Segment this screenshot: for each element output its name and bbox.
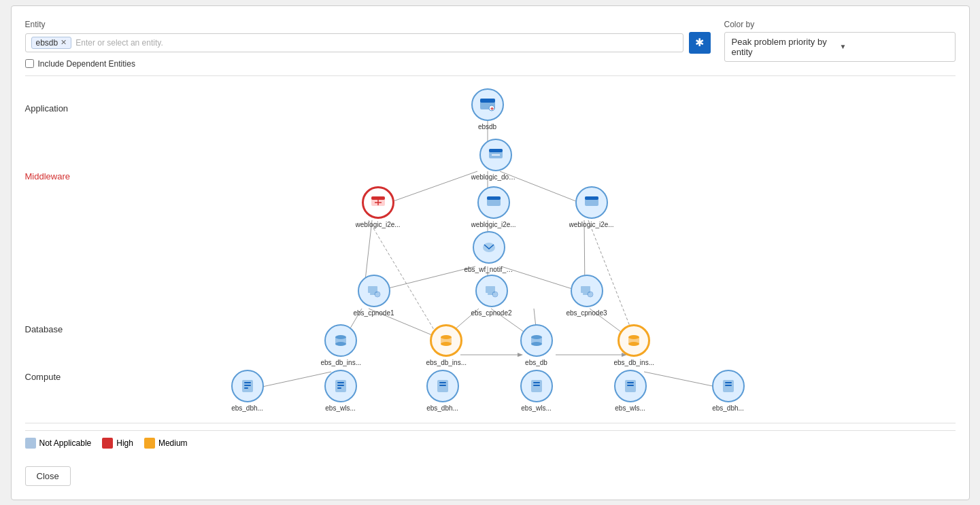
cpnode-icon bbox=[365, 282, 383, 300]
node-label-weblogic-i2e-2: weblogic_i2e... bbox=[471, 221, 516, 228]
node-label-cpnode2: ebs_cpnode2 bbox=[471, 309, 512, 317]
legend-label-na: Not Applicable bbox=[39, 438, 92, 448]
node-ebs-wf-notif-mailer[interactable]: ebs_wf_notif_mailer bbox=[464, 231, 513, 273]
main-content: Application Middleware Database Compute bbox=[25, 83, 956, 416]
middleware-icon-3 bbox=[583, 194, 601, 211]
node-ebs-dbh1[interactable]: ebs_dbh... bbox=[231, 370, 264, 412]
entity-input-row[interactable]: ebsdb ✕ Enter or select an entity. bbox=[25, 33, 683, 52]
node-circle-ebsdb: ✚ bbox=[471, 88, 504, 121]
svg-rect-79 bbox=[627, 385, 634, 386]
svg-text:✚: ✚ bbox=[490, 107, 493, 111]
node-ebs-db-ins1[interactable]: ebs_db_ins... bbox=[321, 324, 362, 366]
header-row: Entity ebsdb ✕ Enter or select an entity… bbox=[25, 20, 956, 69]
node-ebs-wls1[interactable]: ebs_wls... bbox=[324, 370, 357, 412]
svg-point-47 bbox=[492, 292, 498, 297]
legend-color-na bbox=[25, 438, 36, 449]
svg-point-53 bbox=[335, 342, 346, 346]
node-label-dbh2: ebs_dbh... bbox=[426, 404, 458, 412]
entity-tag-close-icon[interactable]: ✕ bbox=[61, 38, 67, 47]
node-circle-cpnode1 bbox=[358, 275, 390, 307]
node-circle-dbh1 bbox=[231, 370, 264, 402]
svg-rect-38 bbox=[487, 196, 501, 200]
node-ebs-db[interactable]: ebs_db bbox=[520, 324, 553, 366]
asterisk-button[interactable]: ✱ bbox=[689, 32, 711, 54]
include-label: Include Dependent Entities bbox=[38, 59, 135, 69]
node-ebs-cpnode3[interactable]: ebs_cpnode3 bbox=[567, 275, 607, 317]
tier-label-database: Database bbox=[25, 324, 63, 334]
node-circle-weblogic-i2e-2 bbox=[477, 186, 510, 219]
entity-tag: ebsdb ✕ bbox=[31, 37, 72, 49]
svg-point-59 bbox=[531, 342, 542, 346]
node-ebs-wls2[interactable]: ebs_wls... bbox=[520, 370, 553, 412]
app-icon: ✚ bbox=[478, 95, 497, 114]
legend-color-medium bbox=[144, 438, 155, 449]
node-label-weblogic-domain: weblogic_domain bbox=[471, 173, 520, 181]
node-circle-wls3 bbox=[614, 370, 647, 402]
node-circle-cpnode2 bbox=[475, 275, 508, 307]
middleware-icon-2 bbox=[485, 194, 503, 211]
svg-rect-81 bbox=[725, 382, 732, 383]
tier-label-application: Application bbox=[25, 103, 69, 114]
node-circle-db-ins1 bbox=[324, 324, 357, 357]
svg-line-18 bbox=[253, 372, 331, 389]
tier-label-middleware: Middleware bbox=[25, 171, 70, 181]
node-weblogic-domain[interactable]: weblogic_domain bbox=[471, 139, 520, 181]
node-circle-weblogic-i2e-1 bbox=[362, 186, 394, 219]
node-ebs-dbh3[interactable]: ebs_dbh... bbox=[712, 370, 745, 412]
node-label-ebs-db: ebs_db bbox=[525, 359, 547, 366]
node-circle-dbh2 bbox=[426, 370, 459, 402]
svg-rect-40 bbox=[585, 196, 598, 200]
svg-point-50 bbox=[588, 292, 593, 297]
svg-rect-82 bbox=[725, 385, 732, 386]
svg-point-56 bbox=[441, 342, 452, 346]
node-label-dbh3: ebs_dbh... bbox=[712, 404, 744, 412]
color-by-label: Color by bbox=[724, 20, 956, 29]
svg-rect-66 bbox=[244, 387, 248, 389]
compute6-icon bbox=[720, 377, 737, 395]
compute5-icon bbox=[622, 377, 639, 395]
db-blue-icon bbox=[528, 332, 545, 349]
mail-icon bbox=[480, 239, 498, 256]
node-label-db-ins3: ebs_db_ins... bbox=[614, 359, 655, 366]
node-label-ebsdb: ebsdb bbox=[478, 123, 496, 130]
node-ebs-cpnode1[interactable]: ebs_cpnode1 bbox=[354, 275, 394, 317]
node-weblogic-i2e-3[interactable]: weblogic_i2e... bbox=[569, 186, 614, 228]
compute2-icon bbox=[332, 377, 350, 395]
close-button[interactable]: Close bbox=[25, 466, 71, 486]
svg-rect-72 bbox=[439, 382, 446, 383]
node-label-wls1: ebs_wls... bbox=[325, 404, 355, 412]
svg-rect-34 bbox=[371, 196, 385, 200]
include-checkbox[interactable] bbox=[25, 59, 34, 68]
node-ebs-dbh2[interactable]: ebs_dbh... bbox=[426, 370, 459, 412]
svg-rect-64 bbox=[244, 382, 251, 383]
tier-label-compute: Compute bbox=[25, 372, 61, 382]
db-orange2-icon bbox=[625, 332, 643, 349]
color-by-select[interactable]: Peak problem priority by entity ▼ bbox=[724, 32, 956, 62]
node-label-ebs-wf: ebs_wf_notif_mailer bbox=[464, 266, 513, 273]
node-ebs-db-ins2[interactable]: ebs_db_ins... bbox=[426, 324, 467, 366]
node-label-db-ins2: ebs_db_ins... bbox=[426, 359, 467, 366]
node-ebs-wls3[interactable]: ebs_wls... bbox=[614, 370, 647, 412]
node-label-weblogic-i2e-1: weblogic_i2e... bbox=[356, 221, 401, 228]
legend-item-medium: Medium bbox=[144, 438, 188, 449]
svg-rect-31 bbox=[489, 149, 503, 152]
node-ebs-db-ins3[interactable]: ebs_db_ins... bbox=[614, 324, 655, 366]
svg-point-44 bbox=[375, 292, 380, 297]
legend: Not Applicable High Medium bbox=[25, 430, 956, 455]
node-circle-wls2 bbox=[520, 370, 553, 402]
node-ebs-cpnode2[interactable]: ebs_cpnode2 bbox=[471, 275, 512, 317]
svg-rect-70 bbox=[337, 387, 341, 389]
node-ebsdb[interactable]: ✚ ebsdb bbox=[471, 88, 504, 130]
node-weblogic-i2e-2[interactable]: weblogic_i2e... bbox=[471, 186, 516, 228]
legend-label-medium: Medium bbox=[158, 438, 188, 448]
include-checkbox-row[interactable]: Include Dependent Entities bbox=[25, 59, 711, 69]
node-circle-dbh3 bbox=[712, 370, 745, 402]
entity-placeholder[interactable]: Enter or select an entity. bbox=[75, 38, 677, 48]
node-circle-weblogic-domain bbox=[479, 139, 512, 171]
node-weblogic-i2e-1[interactable]: weblogic_i2e... bbox=[356, 186, 401, 228]
node-circle-db-ins3 bbox=[618, 324, 650, 357]
compute4-icon bbox=[528, 377, 545, 395]
node-label-wls2: ebs_wls... bbox=[521, 404, 551, 412]
node-circle-db-ins2 bbox=[430, 324, 462, 357]
node-circle-weblogic-i2e-3 bbox=[575, 186, 608, 219]
